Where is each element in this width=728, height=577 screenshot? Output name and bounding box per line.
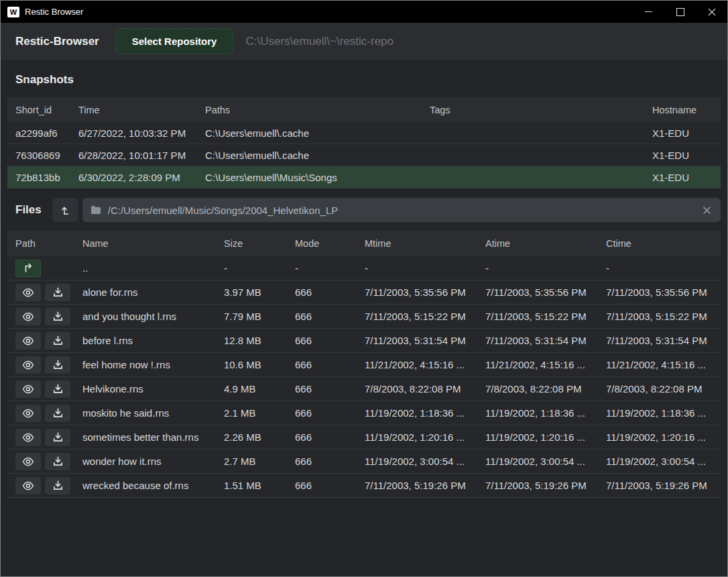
file-size: 10.6 MB [224,359,295,370]
preview-file-button[interactable] [15,332,41,350]
row-actions [15,308,82,325]
select-repository-button[interactable]: Select Repository [115,28,234,54]
file-atime: 11/19/2002, 3:00:54 ... [485,456,606,467]
current-path-text: /C:/Users/emuell/Music/Songs/2004_Helvet… [108,205,339,216]
titlebar: W Restic Browser [1,1,727,23]
row-actions [15,477,82,494]
column-size: Size [224,238,295,249]
file-size: 2.26 MB [224,431,295,443]
snapshot-short-id: 76306869 [15,150,78,161]
file-ctime: 11/21/2002, 4:15:16 ... [606,359,721,370]
file-name: Helvikone.rns [82,383,224,395]
column-name: Name [82,238,224,249]
file-mode: 666 [295,335,365,346]
snapshot-hostname: X1-EDU [652,172,721,183]
preview-file-button[interactable] [15,405,41,422]
file-row: moskito he said.rns 2.1 MB 666 11/19/200… [7,401,721,425]
row-actions [15,356,82,374]
row-actions [15,260,82,277]
file-row: wrecked because of.rns 1.51 MB 666 7/11/… [7,474,721,498]
download-icon [53,311,63,321]
up-directory-button[interactable] [52,198,78,222]
folder-icon [90,205,101,215]
file-atime: 7/11/2003, 5:35:56 PM [485,286,606,298]
download-file-button[interactable] [45,356,70,374]
file-ctime: 7/11/2003, 5:15:22 PM [606,311,721,322]
file-ctime: 11/19/2002, 1:20:16 ... [606,431,721,443]
download-file-button[interactable] [45,477,70,494]
eye-icon [22,433,34,442]
file-atime: 11/19/2002, 1:18:36 ... [485,407,606,419]
file-row: wonder how it.rns 2.7 MB 666 11/19/2002,… [7,450,721,474]
snapshot-paths: C:\Users\emuell\Music\Songs [205,172,430,183]
close-button[interactable] [696,1,727,23]
download-file-button[interactable] [45,429,70,446]
eye-icon [22,288,34,297]
file-row: sometimes better than.rns 2.26 MB 666 11… [7,425,721,450]
repository-path: C:\Users\emuell\~\restic-repo [245,35,393,48]
download-file-button[interactable] [45,453,70,470]
file-ctime: 7/11/2003, 5:35:56 PM [606,286,721,298]
file-row: before l.rns 12.8 MB 666 7/11/2003, 5:31… [7,329,721,353]
main-content: Snapshots Short_id Time Paths Tags Hostn… [1,60,727,576]
go-parent-directory-button[interactable] [15,260,41,277]
file-mtime: - [365,262,485,274]
download-icon [53,408,63,418]
up-directory-icon [60,205,71,216]
eye-icon [22,336,34,346]
file-name: .. [82,262,224,274]
file-mode: 666 [295,431,365,443]
preview-file-button[interactable] [15,308,41,325]
eye-icon [22,409,34,418]
eye-icon [22,384,34,394]
column-ctime: Ctime [606,238,721,249]
download-file-button[interactable] [45,380,70,398]
file-name: wonder how it.rns [82,456,224,467]
download-file-button[interactable] [45,332,70,350]
clear-path-button[interactable] [701,205,713,216]
snapshots-heading: Snapshots [7,73,721,87]
files-table-header: Path Name Size Mode Mtime Atime Ctime [7,231,721,256]
eye-icon [22,481,34,490]
preview-file-button[interactable] [15,356,41,374]
preview-file-button[interactable] [15,284,41,301]
snapshot-row[interactable]: 72b813bb 6/30/2022, 2:28:09 PM C:\Users\… [7,166,721,189]
column-tags: Tags [430,105,652,115]
download-icon [53,456,63,466]
minimize-icon [645,11,652,12]
file-mode: 666 [295,311,365,322]
column-path: Path [15,238,82,249]
snapshot-row[interactable]: a2299af6 6/27/2022, 10:03:32 PM C:\Users… [7,122,721,144]
snapshots-table: Short_id Time Paths Tags Hostname a2299a… [7,97,721,189]
download-file-button[interactable] [45,405,70,422]
snapshot-paths: C:\Users\emuell\.cache [205,150,430,161]
file-row: and you thought l.rns 7.79 MB 666 7/11/2… [7,305,721,329]
file-name: sometimes better than.rns [82,431,224,443]
column-mode: Mode [295,238,365,249]
eye-icon [22,312,34,321]
file-mtime: 11/21/2002, 4:15:16 ... [365,359,485,370]
preview-file-button[interactable] [15,477,41,494]
download-icon [53,287,63,297]
file-mode: 666 [295,359,365,370]
file-name: wrecked because of.rns [82,480,224,491]
preview-file-button[interactable] [15,453,41,470]
snapshot-time: 6/28/2022, 10:01:17 PM [78,150,205,161]
download-file-button[interactable] [45,308,70,325]
snapshot-row[interactable]: 76306869 6/28/2022, 10:01:17 PM C:\Users… [7,144,721,166]
close-icon [708,8,716,16]
clear-icon [703,206,711,215]
parent-directory-icon [23,263,34,273]
file-atime: - [485,262,606,274]
download-file-button[interactable] [45,284,70,301]
current-path-field[interactable]: /C:/Users/emuell/Music/Songs/2004_Helvet… [82,198,721,222]
preview-file-button[interactable] [15,380,41,398]
maximize-button[interactable] [664,1,696,23]
column-paths: Paths [205,105,430,115]
snapshot-short-id: 72b813bb [15,172,78,183]
preview-file-button[interactable] [15,429,41,446]
window-controls [633,1,727,23]
file-mtime: 7/8/2003, 8:22:08 PM [365,383,485,395]
maximize-icon [676,8,684,16]
minimize-button[interactable] [633,1,664,23]
